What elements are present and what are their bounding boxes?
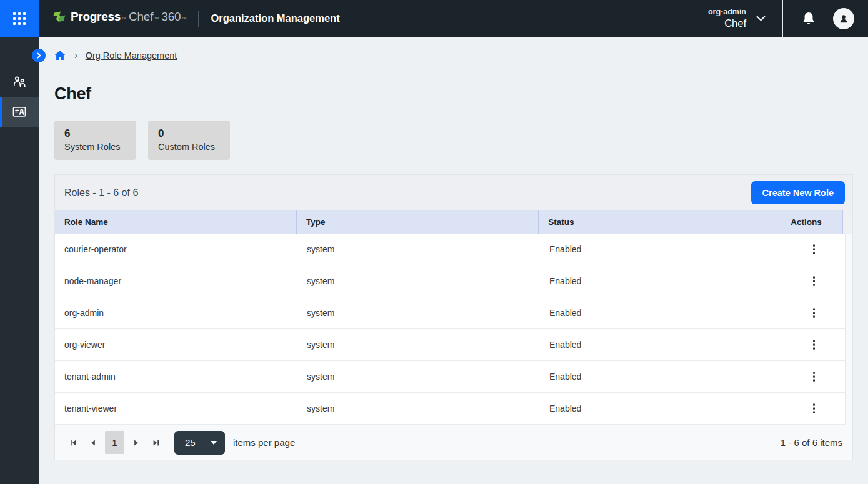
kebab-icon bbox=[813, 403, 816, 406]
row-actions-menu-button[interactable] bbox=[807, 304, 822, 322]
cell-status: Enabled bbox=[540, 276, 783, 286]
kebab-icon bbox=[813, 340, 816, 342]
brand-chef-text: Chef bbox=[129, 10, 153, 24]
id-card-icon bbox=[11, 104, 27, 120]
user-avatar-button[interactable] bbox=[833, 8, 854, 29]
pager-first-page-button[interactable] bbox=[63, 431, 83, 454]
home-icon bbox=[54, 50, 66, 61]
first-page-icon bbox=[69, 438, 77, 447]
pager-page-1-button[interactable]: 1 bbox=[105, 431, 124, 454]
user-role-label: org-admin bbox=[708, 7, 746, 17]
sidebar-item-users[interactable] bbox=[0, 67, 39, 97]
bell-icon bbox=[802, 11, 816, 26]
table-header-row: Role Name Type Status Actions bbox=[55, 210, 852, 234]
stats-cards: 6 System Roles 0 Custom Roles bbox=[54, 121, 853, 160]
custom-roles-count: 0 bbox=[158, 127, 220, 140]
page-size-dropdown[interactable]: 25 bbox=[174, 431, 225, 455]
pager-summary: 1 - 6 of 6 items bbox=[781, 437, 842, 448]
table-row: org-viewer system Enabled bbox=[55, 329, 852, 361]
cell-type: system bbox=[297, 372, 540, 382]
person-icon bbox=[837, 12, 850, 25]
brand-logo: Progress™ Chef™ 360™ bbox=[51, 10, 186, 27]
brand-progress-text: Progress bbox=[71, 10, 121, 24]
cell-role-name: tenant-admin bbox=[55, 372, 297, 382]
brand-360-text: 360 bbox=[161, 10, 181, 24]
trademark-symbol: ™ bbox=[181, 16, 186, 22]
app-grid-icon bbox=[13, 12, 26, 25]
cell-type: system bbox=[297, 403, 540, 413]
table-row: tenant-admin system Enabled bbox=[55, 361, 852, 393]
page-size-value: 25 bbox=[185, 437, 196, 448]
table-header-scrollbar-spacer bbox=[843, 210, 852, 234]
dropdown-caret-icon bbox=[211, 441, 217, 445]
next-page-icon bbox=[132, 438, 141, 447]
notifications-button[interactable] bbox=[802, 11, 816, 26]
top-header: Progress™ Chef™ 360™ Organization Manage… bbox=[0, 0, 868, 37]
breadcrumb-home-link[interactable] bbox=[54, 50, 66, 61]
app-launcher-button[interactable] bbox=[0, 0, 39, 37]
cell-role-name: org-viewer bbox=[55, 340, 297, 350]
row-actions-menu-button[interactable] bbox=[807, 336, 822, 353]
kebab-icon bbox=[813, 276, 816, 279]
row-actions-menu-button[interactable] bbox=[807, 368, 822, 385]
create-new-role-button[interactable]: Create New Role bbox=[751, 181, 845, 204]
cell-type: system bbox=[297, 244, 540, 254]
column-header-type[interactable]: Type bbox=[297, 210, 539, 234]
row-actions-menu-button[interactable] bbox=[807, 272, 822, 290]
header-divider bbox=[198, 11, 199, 27]
cell-status: Enabled bbox=[540, 340, 783, 350]
pager-previous-page-button[interactable] bbox=[83, 431, 103, 454]
table-row: courier-operator system Enabled bbox=[55, 234, 852, 265]
row-actions-menu-button[interactable] bbox=[807, 400, 822, 417]
sidebar bbox=[0, 37, 39, 484]
custom-roles-label: Custom Roles bbox=[158, 142, 220, 152]
pager-last-page-button[interactable] bbox=[146, 431, 166, 454]
system-roles-count: 6 bbox=[64, 127, 126, 140]
sidebar-expand-button[interactable] bbox=[32, 49, 46, 62]
kebab-icon bbox=[813, 372, 816, 374]
system-roles-card: 6 System Roles bbox=[54, 121, 136, 160]
user-org-switcher[interactable]: org-admin Chef bbox=[708, 7, 746, 31]
last-page-icon bbox=[152, 438, 161, 447]
items-per-page-label: items per page bbox=[233, 437, 295, 448]
page-title: Chef bbox=[54, 84, 853, 104]
app-title: Organization Management bbox=[211, 12, 339, 24]
breadcrumb-separator-icon: › bbox=[74, 50, 78, 61]
column-header-actions: Actions bbox=[781, 210, 843, 234]
cell-role-name: courier-operator bbox=[55, 244, 297, 254]
previous-page-icon bbox=[89, 438, 97, 447]
table-body: courier-operator system Enabled node-man… bbox=[55, 234, 852, 425]
main-content: › Org Role Management Chef 6 System Role… bbox=[39, 37, 868, 484]
breadcrumb-link-org-role-management[interactable]: Org Role Management bbox=[86, 51, 177, 61]
row-actions-menu-button[interactable] bbox=[807, 240, 822, 258]
sidebar-item-role-management[interactable] bbox=[0, 97, 39, 127]
table-scrollbar[interactable] bbox=[845, 234, 852, 425]
cell-status: Enabled bbox=[540, 403, 783, 413]
kebab-icon bbox=[813, 308, 816, 310]
cell-status: Enabled bbox=[540, 308, 783, 318]
users-icon bbox=[11, 74, 27, 90]
table-row: node-manager system Enabled bbox=[55, 265, 852, 297]
progress-logo-icon bbox=[51, 10, 66, 27]
cell-role-name: org-admin bbox=[55, 308, 297, 318]
table-row: org-admin system Enabled bbox=[55, 297, 852, 329]
header-section-divider bbox=[782, 0, 783, 37]
custom-roles-card: 0 Custom Roles bbox=[148, 121, 230, 160]
kebab-icon bbox=[813, 244, 816, 247]
grid-pager: 1 25 items per page 1 - 6 of 6 items bbox=[55, 425, 852, 460]
chevron-down-icon[interactable] bbox=[756, 16, 766, 21]
cell-type: system bbox=[297, 340, 540, 350]
pager-next-page-button[interactable] bbox=[126, 431, 146, 454]
column-header-role-name[interactable]: Role Name bbox=[55, 210, 297, 234]
trademark-symbol: ™ bbox=[154, 16, 159, 22]
table-row: tenant-viewer system Enabled bbox=[55, 393, 852, 425]
trademark-symbol: ™ bbox=[121, 16, 126, 22]
cell-status: Enabled bbox=[540, 372, 783, 382]
cell-role-name: node-manager bbox=[55, 276, 297, 286]
column-header-status[interactable]: Status bbox=[539, 210, 781, 234]
system-roles-label: System Roles bbox=[64, 142, 126, 152]
grid-toolbar: Roles - 1 - 6 of 6 Create New Role bbox=[55, 175, 852, 210]
cell-type: system bbox=[297, 276, 540, 286]
cell-status: Enabled bbox=[540, 244, 783, 254]
grid-title: Roles - 1 - 6 of 6 bbox=[64, 187, 138, 199]
